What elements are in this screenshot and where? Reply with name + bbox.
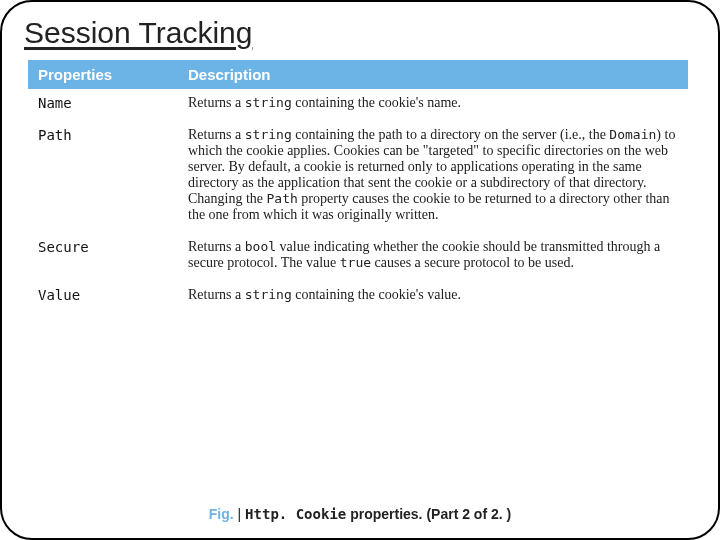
- table-header-row: Properties Description: [28, 60, 688, 89]
- code-text: Domain: [609, 127, 656, 142]
- table-row: Value Returns a string containing the co…: [28, 281, 688, 313]
- header-properties: Properties: [28, 60, 178, 89]
- caption-rest: properties. (Part 2 of 2. ): [346, 506, 511, 522]
- property-description: Returns a string containing the path to …: [178, 121, 688, 233]
- code-text: string: [245, 287, 292, 302]
- code-text: Path: [267, 191, 298, 206]
- figure-caption: Fig. | Http. Cookie properties. (Part 2 …: [2, 506, 718, 522]
- caption-code: Http. Cookie: [245, 506, 346, 522]
- slide-title: Session Tracking: [24, 16, 696, 50]
- properties-table: Properties Description Name Returns a st…: [28, 60, 688, 313]
- table-row: Path Returns a string containing the pat…: [28, 121, 688, 233]
- desc-text: containing the path to a directory on th…: [292, 127, 610, 142]
- property-name: Value: [28, 281, 178, 313]
- code-text: string: [245, 95, 292, 110]
- property-name: Secure: [28, 233, 178, 281]
- property-name: Name: [28, 89, 178, 121]
- desc-text: causes a secure protocol to be used.: [371, 255, 574, 270]
- caption-fig-label: Fig.: [209, 506, 234, 522]
- table-row: Name Returns a string containing the coo…: [28, 89, 688, 121]
- slide-frame: Session Tracking Properties Description …: [0, 0, 720, 540]
- property-description: Returns a bool value indicating whether …: [178, 233, 688, 281]
- code-text: bool: [245, 239, 276, 254]
- desc-text: containing the cookie's value.: [292, 287, 461, 302]
- code-text: string: [245, 127, 292, 142]
- property-description: Returns a string containing the cookie's…: [178, 89, 688, 121]
- desc-text: containing the cookie's name.: [292, 95, 461, 110]
- desc-text: Returns a: [188, 287, 245, 302]
- caption-separator: |: [234, 506, 245, 522]
- table-row: Secure Returns a bool value indicating w…: [28, 233, 688, 281]
- header-description: Description: [178, 60, 688, 89]
- desc-text: Returns a: [188, 127, 245, 142]
- desc-text: Returns a: [188, 239, 245, 254]
- code-text: true: [340, 255, 371, 270]
- property-name: Path: [28, 121, 178, 233]
- property-description: Returns a string containing the cookie's…: [178, 281, 688, 313]
- desc-text: Returns a: [188, 95, 245, 110]
